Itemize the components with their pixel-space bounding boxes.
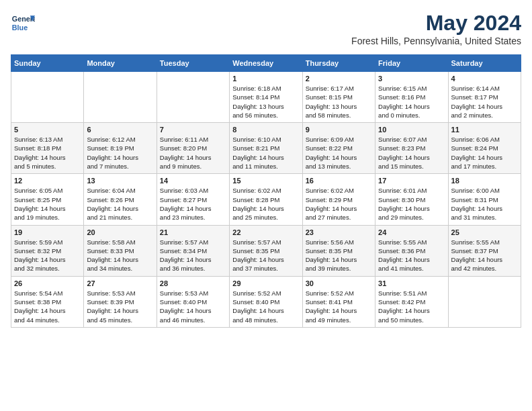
day-cell <box>84 72 157 123</box>
day-number: 12 <box>14 177 81 185</box>
day-info-line: Sunset: 8:42 PM <box>378 298 425 306</box>
day-info-line: and 42 minutes. <box>451 265 497 272</box>
day-number: 31 <box>378 279 445 287</box>
day-info-line: Sunset: 8:41 PM <box>306 298 353 306</box>
day-info-line: Daylight: 14 hours <box>87 154 138 161</box>
logo: General Blue <box>11 11 35 35</box>
day-info-line: Sunrise: 6:07 AM <box>378 136 427 143</box>
day-info-line: Daylight: 14 hours <box>160 307 212 314</box>
day-info-line: Sunset: 8:34 PM <box>160 247 207 255</box>
day-info-line: Sunset: 8:28 PM <box>232 196 279 203</box>
day-cell: 18Sunrise: 6:00 AMSunset: 8:31 PMDayligh… <box>448 174 521 225</box>
day-info-line: and 31 minutes. <box>451 214 497 221</box>
day-cell <box>157 72 229 123</box>
day-info-line: and 48 minutes. <box>232 316 278 324</box>
day-info-line: and 50 minutes. <box>378 316 424 324</box>
header-cell-monday: Monday <box>84 55 157 72</box>
header-cell-tuesday: Tuesday <box>157 55 229 72</box>
day-info-line: and 27 minutes. <box>306 214 351 221</box>
day-info-line: Sunset: 8:20 PM <box>160 144 207 152</box>
day-info-line: Sunset: 8:19 PM <box>87 144 134 152</box>
day-cell: 26Sunrise: 5:54 AMSunset: 8:38 PMDayligh… <box>11 276 84 327</box>
day-cell: 29Sunrise: 5:52 AMSunset: 8:40 PMDayligh… <box>230 276 302 327</box>
day-info: Sunrise: 6:09 AMSunset: 8:22 PMDaylight:… <box>306 135 372 171</box>
day-info: Sunrise: 5:55 AMSunset: 8:36 PMDaylight:… <box>378 238 445 273</box>
day-number: 18 <box>451 177 518 185</box>
day-info: Sunrise: 6:15 AMSunset: 8:16 PMDaylight:… <box>378 84 445 120</box>
page-title: May 2024 <box>351 11 521 36</box>
day-number: 4 <box>451 75 518 83</box>
day-info: Sunrise: 5:52 AMSunset: 8:41 PMDaylight:… <box>306 289 372 324</box>
day-info-line: Sunset: 8:26 PM <box>87 196 134 203</box>
day-info: Sunrise: 5:52 AMSunset: 8:40 PMDaylight:… <box>232 289 299 324</box>
day-cell: 9Sunrise: 6:09 AMSunset: 8:22 PMDaylight… <box>302 123 375 174</box>
day-info-line: Sunrise: 6:09 AM <box>306 136 354 143</box>
week-row-2: 5Sunrise: 6:13 AMSunset: 8:18 PMDaylight… <box>11 123 521 174</box>
day-info-line: Daylight: 14 hours <box>232 154 284 161</box>
day-info-line: Sunrise: 5:55 AM <box>451 238 500 246</box>
day-info: Sunrise: 6:12 AMSunset: 8:19 PMDaylight:… <box>87 135 153 171</box>
day-number: 1 <box>232 75 299 83</box>
day-cell: 28Sunrise: 5:53 AMSunset: 8:40 PMDayligh… <box>157 276 229 327</box>
day-info-line: Daylight: 14 hours <box>87 256 138 263</box>
day-info-line: Sunrise: 5:54 AM <box>14 289 62 297</box>
day-cell: 17Sunrise: 6:01 AMSunset: 8:30 PMDayligh… <box>375 174 448 225</box>
day-info: Sunrise: 5:54 AMSunset: 8:38 PMDaylight:… <box>14 289 81 324</box>
day-info-line: Daylight: 14 hours <box>87 307 138 314</box>
day-info: Sunrise: 6:02 AMSunset: 8:28 PMDaylight:… <box>232 186 299 222</box>
calendar-table: SundayMondayTuesdayWednesdayThursdayFrid… <box>11 54 521 328</box>
day-cell: 10Sunrise: 6:07 AMSunset: 8:23 PMDayligh… <box>375 123 448 174</box>
day-info-line: and 25 minutes. <box>232 214 278 221</box>
svg-text:Blue: Blue <box>12 24 28 32</box>
day-number: 20 <box>87 228 153 236</box>
day-info-line: Sunset: 8:30 PM <box>378 196 425 203</box>
day-info-line: Daylight: 14 hours <box>451 154 503 161</box>
page-subtitle: Forest Hills, Pennsylvania, United State… <box>351 36 521 46</box>
day-info-line: Sunrise: 5:52 AM <box>306 289 354 297</box>
day-cell: 7Sunrise: 6:11 AMSunset: 8:20 PMDaylight… <box>157 123 229 174</box>
day-info-line: Sunrise: 5:52 AM <box>232 289 281 297</box>
day-cell: 22Sunrise: 5:57 AMSunset: 8:35 PMDayligh… <box>230 225 302 276</box>
day-info: Sunrise: 5:53 AMSunset: 8:39 PMDaylight:… <box>87 289 153 324</box>
day-cell: 4Sunrise: 6:14 AMSunset: 8:17 PMDaylight… <box>448 72 521 123</box>
day-info-line: Daylight: 14 hours <box>378 256 430 263</box>
day-info-line: Sunrise: 6:02 AM <box>306 187 354 194</box>
day-cell: 5Sunrise: 6:13 AMSunset: 8:18 PMDaylight… <box>11 123 84 174</box>
day-info-line: and 17 minutes. <box>451 163 497 170</box>
day-number: 25 <box>451 228 518 236</box>
day-info-line: Sunset: 8:29 PM <box>306 196 353 203</box>
day-info-line: and 15 minutes. <box>378 163 424 170</box>
day-cell: 19Sunrise: 5:59 AMSunset: 8:32 PMDayligh… <box>11 225 84 276</box>
day-info-line: Daylight: 14 hours <box>378 103 430 110</box>
day-number: 24 <box>378 228 445 236</box>
day-info: Sunrise: 6:10 AMSunset: 8:21 PMDaylight:… <box>232 135 299 171</box>
day-number: 26 <box>14 279 81 287</box>
day-info: Sunrise: 5:56 AMSunset: 8:35 PMDaylight:… <box>306 238 372 273</box>
day-info-line: Daylight: 14 hours <box>232 205 284 212</box>
day-info: Sunrise: 6:01 AMSunset: 8:30 PMDaylight:… <box>378 186 445 222</box>
day-info-line: Sunrise: 5:55 AM <box>378 238 427 246</box>
day-info-line: Daylight: 14 hours <box>232 307 284 314</box>
day-info-line: Sunset: 8:23 PM <box>378 144 425 152</box>
day-info-line: Sunrise: 5:53 AM <box>87 289 135 297</box>
calendar-body: 1Sunrise: 6:18 AMSunset: 8:14 PMDaylight… <box>11 72 521 328</box>
day-info-line: Daylight: 13 hours <box>306 103 357 110</box>
day-info: Sunrise: 5:55 AMSunset: 8:37 PMDaylight:… <box>451 238 518 273</box>
day-number: 30 <box>306 279 372 287</box>
day-info-line: Sunrise: 6:02 AM <box>232 187 281 194</box>
day-info-line: Sunrise: 6:15 AM <box>378 85 427 92</box>
day-info-line: Sunset: 8:18 PM <box>14 144 61 152</box>
day-number: 10 <box>378 126 445 134</box>
day-info-line: Sunset: 8:14 PM <box>232 93 279 101</box>
day-info-line: and 34 minutes. <box>87 265 132 272</box>
day-info-line: Sunrise: 6:11 AM <box>160 136 208 143</box>
day-info-line: Sunrise: 6:10 AM <box>232 136 281 143</box>
day-info-line: Daylight: 14 hours <box>306 154 357 161</box>
day-info-line: Sunset: 8:24 PM <box>451 144 498 152</box>
day-info-line: Daylight: 14 hours <box>14 154 66 161</box>
day-info-line: Daylight: 14 hours <box>160 256 212 263</box>
day-info-line: Daylight: 14 hours <box>378 205 430 212</box>
day-info: Sunrise: 5:57 AMSunset: 8:35 PMDaylight:… <box>232 238 299 273</box>
day-info-line: and 2 minutes. <box>451 111 493 119</box>
day-cell: 8Sunrise: 6:10 AMSunset: 8:21 PMDaylight… <box>230 123 302 174</box>
